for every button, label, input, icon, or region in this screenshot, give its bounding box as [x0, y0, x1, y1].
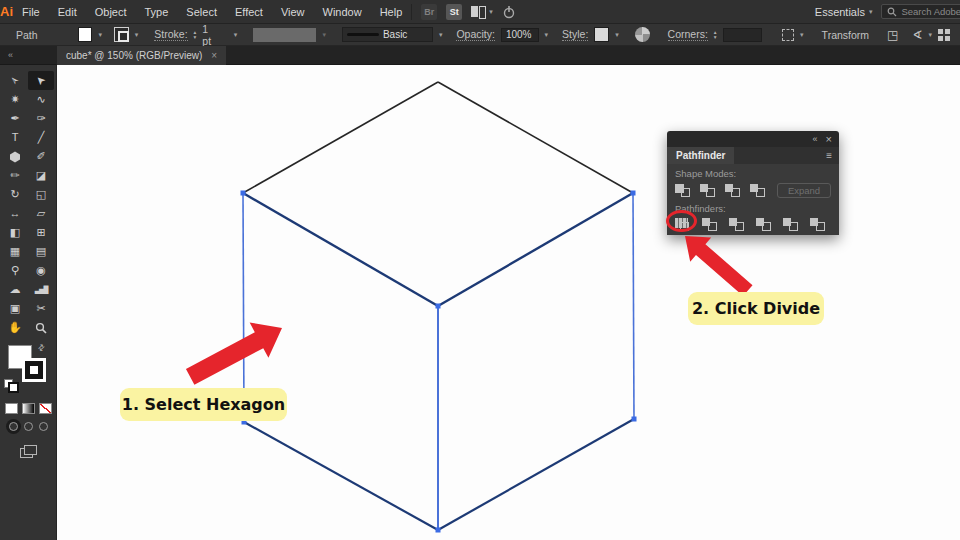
- menu-effect[interactable]: Effect: [226, 0, 272, 24]
- default-fill-stroke-icon[interactable]: [4, 379, 16, 389]
- curvature-tool[interactable]: ✑: [28, 109, 54, 128]
- menu-object[interactable]: Object: [86, 0, 136, 24]
- unite-icon[interactable]: [675, 184, 690, 197]
- opacity-link[interactable]: Opacity:: [456, 28, 495, 41]
- free-transform-tool[interactable]: ▱: [28, 204, 54, 223]
- menu-select[interactable]: Select: [177, 0, 226, 24]
- column-graph-tool[interactable]: ▃▅█: [28, 280, 54, 299]
- transform-label[interactable]: Transform: [822, 29, 869, 41]
- merge-icon[interactable]: [729, 218, 744, 231]
- panel-close-icon[interactable]: ×: [826, 133, 832, 145]
- slice-tool[interactable]: ✂: [28, 299, 54, 318]
- brush-dropdown[interactable]: Basic: [342, 27, 433, 42]
- zoom-tool[interactable]: [28, 318, 54, 337]
- publish-online-icon[interactable]: [502, 5, 516, 19]
- rotate-tool[interactable]: ↻: [2, 185, 28, 204]
- recolor-artwork-icon[interactable]: [635, 27, 650, 42]
- polygon-icon: [9, 151, 21, 163]
- document-tab[interactable]: cube* @ 150% (RGB/Preview) ×: [57, 46, 226, 65]
- crop-icon[interactable]: [756, 218, 771, 231]
- menu-edit[interactable]: Edit: [49, 0, 86, 24]
- corners-link[interactable]: Corners:: [668, 28, 708, 41]
- perspective-grid-tool[interactable]: ⊞: [28, 223, 54, 242]
- corners-stepper[interactable]: ▴ ▾: [714, 30, 717, 39]
- stock-icon[interactable]: St: [446, 4, 462, 20]
- stroke-swatch[interactable]: [114, 27, 129, 42]
- menu-type[interactable]: Type: [136, 0, 178, 24]
- draw-normal-icon[interactable]: [9, 422, 18, 431]
- outline-icon[interactable]: [783, 218, 798, 231]
- intersect-icon[interactable]: [725, 184, 740, 197]
- brush-chevron-icon[interactable]: ▾: [439, 31, 443, 38]
- bridge-icon[interactable]: Br: [421, 4, 437, 20]
- variable-width-dropdown[interactable]: [253, 28, 316, 42]
- change-screen-mode-icon[interactable]: [20, 445, 37, 458]
- paintbrush-tool[interactable]: ✐: [28, 147, 54, 166]
- hand-tool[interactable]: ✋: [2, 318, 28, 337]
- select-similar-chevron-icon[interactable]: ▾: [800, 31, 804, 38]
- none-button[interactable]: [39, 403, 52, 414]
- color-button[interactable]: [5, 403, 18, 414]
- menu-file[interactable]: File: [13, 0, 49, 24]
- type-tool[interactable]: T: [2, 128, 28, 147]
- gradient-tool[interactable]: ▤: [28, 242, 54, 261]
- symbol-sprayer-tool[interactable]: ☁: [2, 280, 28, 299]
- stroke-link[interactable]: Stroke:: [154, 28, 187, 41]
- draw-inside-icon[interactable]: [39, 422, 48, 431]
- minus-front-icon[interactable]: [700, 184, 715, 197]
- shear-chevron-icon[interactable]: ▾: [928, 31, 932, 38]
- eyedropper-tool[interactable]: ⚲: [2, 261, 28, 280]
- panel-menu-icon[interactable]: ≡: [826, 150, 839, 161]
- menu-view[interactable]: View: [272, 0, 314, 24]
- fill-swatch[interactable]: [78, 27, 93, 42]
- fill-chevron-icon[interactable]: ▾: [98, 31, 102, 38]
- style-swatch[interactable]: [594, 27, 609, 42]
- search-input[interactable]: Search Adobe Stock: [881, 4, 960, 19]
- draw-behind-icon[interactable]: [24, 422, 33, 431]
- expand-button[interactable]: Expand: [777, 183, 831, 198]
- stroke-color-indicator[interactable]: [22, 358, 46, 382]
- selection-tool[interactable]: ➢: [2, 71, 28, 90]
- mesh-tool[interactable]: ▦: [2, 242, 28, 261]
- magic-wand-tool[interactable]: ✷: [2, 90, 28, 109]
- menu-help[interactable]: Help: [371, 0, 412, 24]
- gradient-button[interactable]: [22, 403, 35, 414]
- stroke-chevron-icon[interactable]: ▾: [135, 31, 139, 38]
- line-segment-tool[interactable]: ╱: [28, 128, 54, 147]
- pathfinder-tab[interactable]: Pathfinder: [667, 147, 734, 164]
- minus-back-icon[interactable]: [810, 218, 825, 231]
- menu-window[interactable]: Window: [314, 0, 371, 24]
- panel-dock-grid-icon[interactable]: [938, 29, 950, 41]
- arrange-documents-button[interactable]: ▾: [471, 6, 493, 17]
- brush-stroke-preview: [347, 33, 379, 36]
- width-tool[interactable]: ↔: [2, 204, 28, 223]
- toolbar-collapse-icon[interactable]: «: [0, 50, 57, 60]
- trim-icon[interactable]: [702, 218, 717, 231]
- artboard-tool[interactable]: ▣: [2, 299, 28, 318]
- panel-collapse-icon[interactable]: «: [813, 134, 818, 144]
- shear-icon[interactable]: ∢: [912, 28, 922, 42]
- exclude-icon[interactable]: [750, 184, 765, 197]
- corners-value[interactable]: [723, 28, 763, 42]
- lasso-tool[interactable]: ∿: [28, 90, 54, 109]
- style-link[interactable]: Style:: [562, 28, 588, 41]
- opacity-value[interactable]: 100%: [501, 28, 539, 42]
- polygon-tool[interactable]: [2, 147, 28, 166]
- pen-tool[interactable]: ✒: [2, 109, 28, 128]
- align-icon[interactable]: ◳: [887, 28, 898, 42]
- scale-tool[interactable]: ◱: [28, 185, 54, 204]
- stroke-weight-chevron-icon[interactable]: ▾: [234, 31, 238, 38]
- direct-selection-tool[interactable]: ➤: [28, 71, 54, 90]
- select-similar-icon[interactable]: [782, 29, 794, 41]
- blend-tool[interactable]: ◉: [28, 261, 54, 280]
- stroke-weight-stepper[interactable]: ▴ ▾: [194, 30, 197, 39]
- style-chevron-icon[interactable]: ▾: [615, 31, 619, 38]
- eraser-tool[interactable]: ◪: [28, 166, 54, 185]
- shaper-tool[interactable]: ✏: [2, 166, 28, 185]
- tab-close-icon[interactable]: ×: [211, 50, 217, 61]
- workspace-switcher[interactable]: Essentials ▾: [815, 6, 873, 18]
- shape-builder-tool[interactable]: ◧: [2, 223, 28, 242]
- swap-fill-stroke-icon[interactable]: ⇄: [36, 342, 47, 353]
- opacity-chevron-icon[interactable]: ▾: [545, 31, 549, 38]
- stroke-weight-value[interactable]: 1 pt: [202, 23, 219, 47]
